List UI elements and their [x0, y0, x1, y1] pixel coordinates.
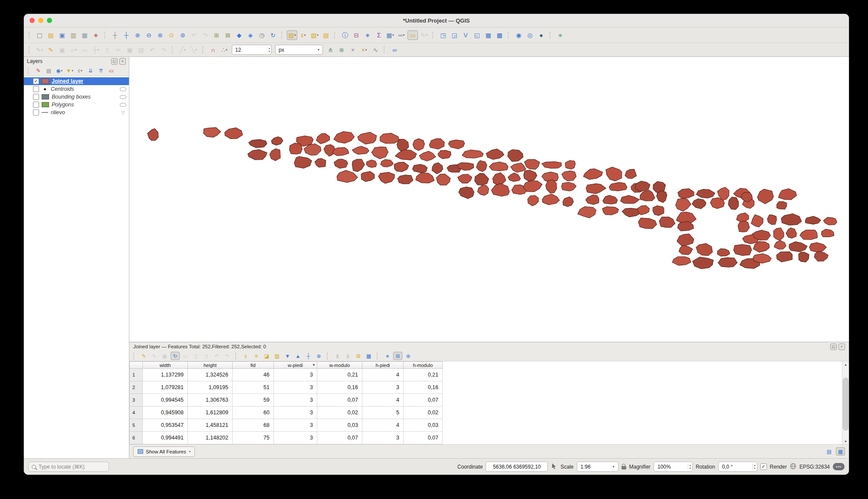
close-window-button[interactable]	[30, 18, 35, 23]
collapse-all-button[interactable]: ⇈	[96, 66, 105, 75]
toggle-editing-button[interactable]: ✎	[46, 45, 56, 55]
table-cell[interactable]: 3	[362, 381, 404, 394]
advanced-digitizing-dropdown[interactable]: ×▾	[359, 45, 369, 55]
layer-visibility-checkbox[interactable]: ✓	[33, 78, 39, 84]
map-tips-button[interactable]: ▭	[408, 30, 418, 40]
select-by-expression-button[interactable]: ε▾	[298, 30, 309, 40]
row-number-cell[interactable]: 3	[130, 394, 143, 406]
qgis-hub-button[interactable]: ◎	[525, 30, 535, 40]
table-cell[interactable]: 0,07	[317, 432, 362, 444]
zoom-in-button[interactable]: ⊕	[132, 30, 143, 40]
table-cell[interactable]: 0,07	[404, 432, 443, 444]
mouse-position-icon[interactable]	[551, 463, 557, 471]
table-cell[interactable]: 3	[274, 406, 317, 419]
table-cell[interactable]: 1,306763	[188, 394, 233, 406]
zoom-to-layer-button[interactable]: ⊚	[178, 30, 188, 40]
conditional-formatting-button[interactable]: ▦	[364, 352, 373, 360]
new-spatial-bookmark-button[interactable]: ◆	[234, 30, 244, 40]
locate-search-input[interactable]: Type to locate (⌘K)	[28, 462, 109, 472]
table-cell[interactable]: 3	[274, 394, 317, 406]
scale-combo[interactable]: 1:96 ▾	[577, 462, 618, 472]
table-cell[interactable]: 4	[362, 394, 404, 406]
table-row[interactable]: 40,9459081,6128096030,0250,02	[130, 406, 443, 419]
table-cell[interactable]: 0,16	[317, 381, 362, 394]
column-header-h-modulo[interactable]: h-modulo	[404, 362, 443, 369]
table-cell[interactable]: 68	[233, 419, 274, 432]
deselect-features-button[interactable]: ▨▾	[309, 30, 320, 40]
identify-features-button[interactable]: ⓘ	[340, 30, 350, 40]
magnifier-input[interactable]: 100% ▴▾	[654, 462, 693, 472]
zoom-window-button[interactable]	[47, 18, 52, 23]
new-map-view-button[interactable]: ⊞	[211, 30, 222, 40]
stepper-arrows-icon[interactable]: ▴▾	[267, 47, 271, 53]
snapping-on-intersection-button[interactable]: ⊗	[336, 45, 347, 55]
table-cell[interactable]: 5	[362, 406, 404, 419]
new-project-button[interactable]: ▢	[34, 30, 45, 40]
table-view-toggle[interactable]: ▦	[836, 447, 845, 456]
layer-visibility-checkbox[interactable]	[33, 102, 39, 108]
new-virtual-layer-button[interactable]: V	[460, 30, 471, 40]
topological-editing-button[interactable]: ⋔	[325, 45, 335, 55]
layer-item-joined-layer[interactable]: ✓Joined layer	[24, 77, 129, 85]
field-calculator-button[interactable]: ⊟	[351, 30, 362, 40]
table-cell[interactable]: 4	[362, 369, 404, 381]
table-cell[interactable]: 3	[274, 432, 317, 444]
table-cell[interactable]: 1,137299	[143, 369, 188, 381]
table-row[interactable]: 11,1372991,3245264630,2140,21	[130, 369, 443, 381]
expand-all-button[interactable]: ⇊	[86, 66, 95, 75]
tracing-button[interactable]: ∿	[370, 45, 381, 55]
form-view-toggle[interactable]: ▤	[825, 447, 834, 456]
row-number-cell[interactable]: 4	[130, 406, 143, 419]
dock-attribute-table-button[interactable]: ⊞	[393, 352, 402, 360]
layer-item-centroids[interactable]: Centroids	[24, 85, 129, 93]
table-cell[interactable]: 3	[274, 419, 317, 432]
zoom-full-button[interactable]: ⊛	[155, 30, 165, 40]
table-row[interactable]: 60,9944911,1482027530,0730,07	[130, 432, 443, 444]
measure-button[interactable]: ═▾	[396, 30, 407, 40]
select-features-button[interactable]: ▧▾	[287, 30, 297, 40]
snap-tolerance-input-field[interactable]	[232, 46, 263, 53]
actions-button[interactable]: ∗	[383, 352, 392, 360]
new-raster-layer-button[interactable]: ▦	[483, 30, 493, 40]
table-cell[interactable]: 0,21	[404, 369, 443, 381]
zoom-to-selection-button[interactable]: ⊙	[166, 30, 177, 40]
row-number-cell[interactable]: 5	[130, 419, 143, 432]
toggle-editing-button[interactable]: ✎	[139, 352, 148, 360]
reload-table-button[interactable]: ↻	[171, 352, 180, 360]
save-project-button[interactable]: ▣	[57, 30, 67, 40]
column-header-h-piedi[interactable]: h-piedi	[362, 362, 404, 369]
layer-item-polygons[interactable]: Polygons	[24, 101, 129, 109]
table-cell[interactable]: 1,09195	[188, 381, 233, 394]
table-cell[interactable]: 0,07	[317, 394, 362, 406]
select-by-value-button[interactable]: ▤	[321, 30, 331, 40]
table-cell[interactable]: 0,07	[404, 394, 443, 406]
table-cell[interactable]: 0,03	[404, 419, 443, 432]
snap-unit-select[interactable]: px▾	[275, 45, 323, 55]
show-bookmarks-button[interactable]: ◈	[245, 30, 256, 40]
new-print-layout-button[interactable]: ▥	[68, 30, 79, 40]
show-layout-manager-button[interactable]: ▦	[79, 30, 90, 40]
render-checkbox[interactable]: ✓	[760, 463, 767, 470]
table-cell[interactable]: 4	[362, 419, 404, 432]
table-row[interactable]: 30,9945451,3067635930,0740,07	[130, 394, 443, 406]
row-number-cell[interactable]: 2	[130, 381, 143, 394]
search-widget-button[interactable]: ⊕	[404, 352, 413, 360]
temporal-controller-button[interactable]: ◷	[256, 30, 267, 40]
web-menu-button[interactable]: ●	[536, 30, 546, 40]
avoid-overlap-button[interactable]: ×	[348, 45, 358, 55]
table-cell[interactable]: 0,945908	[143, 406, 188, 419]
table-cell[interactable]: 0,953547	[143, 419, 188, 432]
table-cell[interactable]: 0,16	[404, 381, 443, 394]
table-cell[interactable]: 1,612809	[188, 406, 233, 419]
close-panel-icon[interactable]: ×	[119, 58, 126, 65]
style-manager-button[interactable]: ∗	[91, 30, 101, 40]
coordinate-input[interactable]: 5636,06 6369592,10	[486, 462, 548, 472]
plugin-manager-button[interactable]: ∗	[555, 30, 566, 40]
new-shapefile-layer-button[interactable]: ◲	[449, 30, 460, 40]
column-header-width[interactable]: width	[143, 362, 188, 369]
field-calculator-button[interactable]: ⊞	[354, 352, 363, 360]
table-cell[interactable]: 1,458121	[188, 419, 233, 432]
lock-scale-icon[interactable]	[621, 466, 626, 469]
row-number-cell[interactable]: 1	[130, 369, 143, 381]
filter-by-form-button[interactable]: ▼	[283, 352, 292, 360]
